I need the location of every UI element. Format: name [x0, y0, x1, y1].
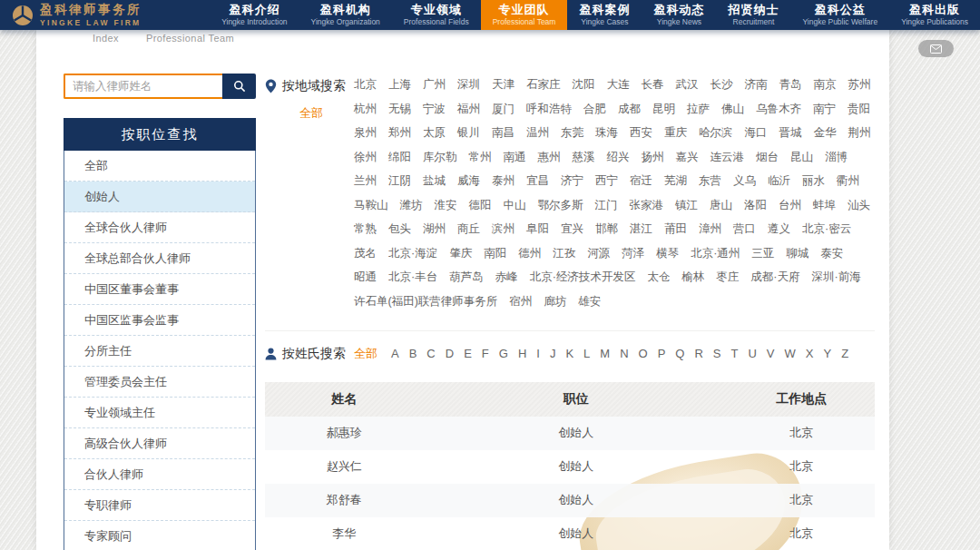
- city-link[interactable]: 绍兴: [607, 151, 630, 164]
- city-link[interactable]: 南昌: [492, 126, 514, 140]
- letter-link[interactable]: S: [713, 347, 721, 360]
- position-list-item[interactable]: 中国区监事会监事: [64, 305, 255, 336]
- city-link[interactable]: 成都: [618, 103, 641, 116]
- nav-item[interactable]: 盈科公益 Yingke Public Welfare: [790, 0, 889, 30]
- city-link[interactable]: 福州: [457, 103, 480, 116]
- city-link[interactable]: 绵阳: [388, 151, 411, 164]
- position-list-item[interactable]: 分所主任: [64, 336, 255, 367]
- city-link[interactable]: 武汉: [676, 78, 699, 92]
- city-link[interactable]: 赤峰: [495, 270, 518, 284]
- letter-link[interactable]: N: [620, 347, 628, 360]
- city-link[interactable]: 库尔勒: [423, 151, 457, 164]
- city-link[interactable]: 滨州: [492, 222, 514, 236]
- nav-item[interactable]: 盈科出版 Yingke Publications: [889, 0, 980, 30]
- city-link[interactable]: 南京: [814, 78, 837, 92]
- city-link[interactable]: 贵阳: [848, 103, 870, 116]
- city-link[interactable]: 荆州: [848, 126, 871, 140]
- letter-link[interactable]: Q: [675, 347, 684, 360]
- city-link[interactable]: 常州: [469, 151, 492, 164]
- position-list-item[interactable]: 合伙人律师: [64, 459, 255, 490]
- city-link[interactable]: 河源: [587, 247, 610, 260]
- city-link[interactable]: 南阳: [484, 247, 506, 260]
- letter-link[interactable]: X: [806, 347, 814, 360]
- city-link[interactable]: 连云港: [710, 151, 745, 164]
- city-link[interactable]: 北京·通州: [691, 247, 740, 260]
- position-list-item[interactable]: 专职律师: [64, 490, 255, 521]
- nav-item[interactable]: 盈科机构 Yingke Organization: [299, 0, 392, 30]
- city-link[interactable]: 温州: [526, 126, 549, 140]
- city-link[interactable]: 漳州: [699, 222, 721, 236]
- city-link[interactable]: 泉州: [354, 126, 377, 140]
- letter-link[interactable]: U: [748, 347, 756, 360]
- city-link[interactable]: 宜兴: [561, 222, 583, 236]
- city-link[interactable]: 泰州: [492, 174, 514, 188]
- city-link[interactable]: 银川: [457, 126, 480, 140]
- table-row[interactable]: 赵兴仁 创始人 北京: [265, 450, 875, 484]
- nav-item[interactable]: 专业团队 Professional Team: [481, 0, 568, 30]
- letter-link[interactable]: V: [767, 347, 775, 360]
- letter-link[interactable]: L: [583, 347, 590, 360]
- letter-link[interactable]: A: [391, 347, 399, 360]
- letter-link[interactable]: B: [409, 347, 417, 360]
- letter-link[interactable]: C: [426, 347, 435, 360]
- city-link[interactable]: 廊坊: [544, 295, 566, 309]
- city-link[interactable]: 潍坊: [400, 199, 423, 212]
- letter-link[interactable]: J: [550, 347, 556, 360]
- city-link[interactable]: 合肥: [583, 103, 606, 116]
- city-link[interactable]: 淮安: [435, 199, 457, 212]
- position-list-item[interactable]: 高级合伙人律师: [64, 428, 255, 459]
- letter-link[interactable]: M: [600, 347, 610, 360]
- city-link[interactable]: 江门: [595, 199, 618, 212]
- letter-link[interactable]: F: [482, 347, 489, 360]
- city-link[interactable]: 湛江: [630, 222, 652, 236]
- city-link[interactable]: 北京·经济技术开发区: [530, 270, 636, 284]
- city-link[interactable]: 横琴: [656, 247, 679, 260]
- city-link[interactable]: 厦门: [492, 103, 514, 116]
- city-link[interactable]: 镇江: [675, 199, 698, 212]
- nav-item[interactable]: 盈科案例 Yingke Cases: [567, 0, 642, 30]
- city-link[interactable]: 烟台: [756, 151, 779, 164]
- city-link[interactable]: 拉萨: [687, 103, 710, 116]
- city-link[interactable]: 北京: [354, 78, 377, 92]
- letter-link[interactable]: H: [518, 347, 526, 360]
- city-link[interactable]: 长春: [642, 78, 664, 92]
- city-link[interactable]: 呼和浩特: [526, 103, 572, 116]
- city-link[interactable]: 德州: [518, 247, 541, 260]
- position-list-item[interactable]: 全球总部合伙人律师: [64, 243, 255, 274]
- city-link[interactable]: 南通: [504, 151, 526, 164]
- city-link[interactable]: 海口: [745, 126, 768, 140]
- city-link[interactable]: 茂名: [354, 247, 377, 260]
- city-link[interactable]: 丽水: [802, 174, 825, 188]
- city-link[interactable]: 雄安: [578, 295, 601, 309]
- city-link[interactable]: 珠海: [595, 126, 618, 140]
- city-link[interactable]: 张家港: [630, 199, 664, 212]
- letter-link[interactable]: Z: [841, 347, 848, 360]
- city-link[interactable]: 北京·丰台: [388, 270, 437, 284]
- city-link[interactable]: 哈尔滨: [699, 126, 733, 140]
- letter-link[interactable]: I: [536, 347, 540, 360]
- city-link[interactable]: 济宁: [561, 174, 583, 188]
- city-link[interactable]: 深圳·前海: [812, 270, 861, 284]
- city-link[interactable]: 蚌埠: [813, 199, 836, 212]
- city-link[interactable]: 莆田: [664, 222, 687, 236]
- nav-item[interactable]: 盈科介绍 Yingke Introduction: [210, 0, 299, 30]
- city-link[interactable]: 惠州: [538, 151, 561, 164]
- city-link[interactable]: 成都·天府: [750, 270, 799, 284]
- city-link[interactable]: 宿州: [509, 295, 532, 309]
- city-link[interactable]: 泰安: [820, 247, 843, 260]
- letter-link[interactable]: O: [639, 347, 648, 360]
- nav-item[interactable]: 招贤纳士 Recruitment: [716, 0, 790, 30]
- city-link[interactable]: 宁波: [423, 103, 446, 116]
- city-link[interactable]: 昆山: [790, 151, 813, 164]
- city-link[interactable]: 东营: [699, 174, 721, 188]
- city-link[interactable]: 大连: [607, 78, 630, 92]
- city-link[interactable]: 昭通: [354, 270, 377, 284]
- city-link[interactable]: 上海: [388, 78, 411, 92]
- city-link[interactable]: 淄博: [825, 151, 848, 164]
- city-link[interactable]: 天津: [492, 78, 514, 92]
- city-link[interactable]: 乌鲁木齐: [756, 103, 801, 116]
- city-link[interactable]: 德阳: [469, 199, 492, 212]
- city-link[interactable]: 徐州: [354, 151, 377, 164]
- city-link[interactable]: 西安: [630, 126, 652, 140]
- city-link[interactable]: 肇庆: [449, 247, 472, 260]
